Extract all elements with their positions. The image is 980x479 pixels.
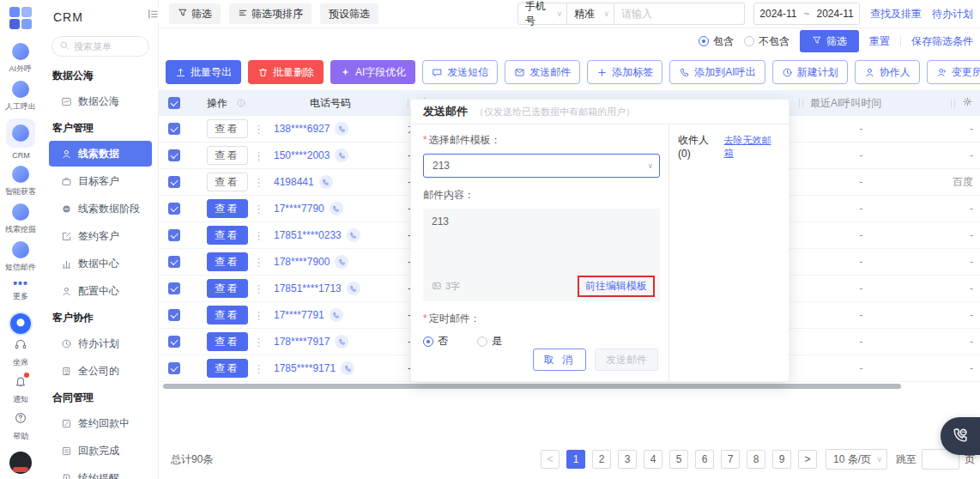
view-button[interactable]: 查看 (207, 306, 248, 324)
sidebar-item-待办计划[interactable]: 待办计划 (41, 330, 158, 356)
phone-number-link[interactable]: 17****7791 (274, 309, 324, 321)
批量删除-button[interactable]: 批量删除 (248, 60, 324, 84)
row-checkbox[interactable] (168, 123, 180, 135)
next-page-button[interactable]: > (798, 450, 817, 469)
phone-number-link[interactable]: 138****6927 (274, 123, 330, 135)
page-button-6[interactable]: 6 (695, 450, 714, 469)
select-all-checkbox[interactable] (168, 97, 180, 109)
rail-item-线索挖掘[interactable]: 线索挖掘 (3, 203, 38, 235)
user-avatar[interactable] (9, 452, 32, 474)
call-phone-icon[interactable] (335, 122, 348, 136)
filter-button[interactable]: 筛选 (169, 3, 221, 24)
send-mail-button[interactable]: 发送邮件 (595, 349, 658, 371)
row-checkbox[interactable] (168, 362, 180, 374)
prev-page-button[interactable]: < (541, 450, 560, 469)
phone-number-link[interactable]: 4198441 (274, 176, 314, 188)
变更所属人-button[interactable]: 变更所属人 (927, 60, 980, 84)
row-more-icon[interactable]: ⋮ (253, 282, 264, 295)
todo-plan-link[interactable]: 待办计划 (932, 7, 973, 21)
page-button-7[interactable]: 7 (721, 450, 740, 469)
session-indicator[interactable] (10, 313, 31, 334)
row-checkbox[interactable] (168, 176, 180, 188)
remove-invalid-link[interactable]: 去除无效邮箱 (724, 134, 780, 160)
sidebar-item-签约回款中[interactable]: 签约回款中 (41, 410, 158, 436)
reset-link[interactable]: 重置 (869, 34, 890, 49)
dedupe-link[interactable]: 查找及排重 (870, 7, 922, 21)
page-button-2[interactable]: 2 (592, 450, 611, 469)
include-radio[interactable]: 包含 (699, 34, 734, 49)
批量导出-button[interactable]: 批量导出 (166, 60, 241, 84)
view-button[interactable]: 查看 (207, 199, 248, 218)
page-button-5[interactable]: 5 (669, 450, 688, 469)
page-button-4[interactable]: 4 (644, 450, 662, 469)
row-more-icon[interactable]: ⋮ (253, 362, 264, 375)
call-phone-icon[interactable] (347, 228, 360, 242)
view-button[interactable]: 查看 (207, 173, 248, 191)
row-checkbox[interactable] (168, 256, 180, 268)
row-more-icon[interactable]: ⋮ (253, 149, 264, 162)
sidebar-item-线索数据[interactable]: 线索数据 (49, 141, 152, 167)
rail-item-短信邮件[interactable]: 短信邮件 (3, 241, 38, 273)
row-more-icon[interactable]: ⋮ (253, 336, 264, 349)
page-button-1[interactable]: 1 (566, 450, 585, 469)
phone-number-link[interactable]: 17****7790 (274, 203, 324, 215)
view-button[interactable]: 查看 (207, 252, 248, 271)
schedule-yes-radio[interactable]: 是 (477, 334, 502, 349)
preset-filter-button[interactable]: 预设筛选 (320, 3, 378, 24)
page-button-9[interactable]: 9 (772, 450, 791, 469)
keyword-input[interactable] (614, 3, 745, 25)
row-more-icon[interactable]: ⋮ (253, 203, 264, 215)
rail-item-人工呼出[interactable]: 人工呼出 (3, 81, 38, 112)
sidebar-item-数据公海[interactable]: 数据公海 (41, 88, 158, 114)
rail-item-更多[interactable]: •••更多 (12, 279, 29, 302)
call-phone-icon[interactable] (330, 308, 343, 322)
sidebar-search-input[interactable]: 搜索菜单 (51, 36, 149, 57)
row-checkbox[interactable] (168, 229, 180, 241)
新建计划-button[interactable]: 新建计划 (772, 60, 848, 84)
row-checkbox[interactable] (168, 149, 180, 161)
rail-item-CRM[interactable]: CRM (6, 118, 35, 160)
call-phone-icon[interactable] (335, 335, 348, 349)
rail-item-帮助[interactable]: 帮助 (12, 411, 29, 442)
view-button[interactable]: 查看 (207, 226, 248, 245)
apply-filter-button[interactable]: 筛选 (800, 30, 859, 52)
sidebar-item-续约提醒[interactable]: 续约提醒 (41, 465, 158, 479)
page-button-8[interactable]: 8 (747, 450, 765, 469)
row-checkbox[interactable] (168, 282, 180, 294)
sidebar-item-回款完成[interactable]: 回款完成 (41, 438, 158, 464)
sidebar-item-签约客户[interactable]: 签约客户 (41, 223, 158, 249)
cancel-button[interactable]: 取 消 (533, 349, 586, 371)
phone-number-link[interactable]: 150****2003 (274, 149, 330, 161)
mail-content-box[interactable]: 213 3字 前往编辑模板 (423, 209, 660, 301)
page-button-3[interactable]: 3 (618, 450, 637, 469)
rail-item-坐席[interactable]: 坐席 (12, 337, 29, 368)
rail-item-智能获客[interactable]: 智能获客 (3, 166, 38, 197)
call-phone-icon[interactable] (319, 175, 333, 189)
horizontal-scrollbar[interactable] (163, 384, 901, 389)
exclude-radio[interactable]: 不包含 (744, 34, 789, 49)
row-checkbox[interactable] (168, 203, 180, 215)
row-more-icon[interactable]: ⋮ (253, 309, 264, 322)
row-more-icon[interactable]: ⋮ (253, 256, 264, 269)
edit-template-link[interactable]: 前往编辑模板 (585, 280, 647, 292)
sidebar-item-线索数据阶段[interactable]: 线索数据阶段 (41, 196, 158, 221)
search-field-select[interactable]: 手机号∨ (517, 3, 567, 25)
sidebar-item-目标客户[interactable]: 目标客户 (41, 168, 158, 194)
发送邮件-button[interactable]: 发送邮件 (505, 60, 580, 84)
filter-sort-button[interactable]: 筛选项排序 (229, 3, 312, 24)
collapse-sidebar-icon[interactable] (147, 8, 160, 23)
row-checkbox[interactable] (168, 336, 180, 348)
rail-item-AI外呼[interactable]: AI外呼 (8, 43, 33, 75)
sidebar-item-全公司的[interactable]: 全公司的 (41, 358, 158, 384)
rail-item-通知[interactable]: 通知 (12, 374, 29, 405)
call-phone-icon[interactable] (347, 282, 360, 295)
row-more-icon[interactable]: ⋮ (253, 123, 264, 136)
call-phone-icon[interactable] (341, 361, 354, 375)
AI字段优化-button[interactable]: AI字段优化 (330, 60, 415, 84)
save-filter-link[interactable]: 保存筛选条件 (911, 34, 973, 49)
phone-number-link[interactable]: 178****7900 (274, 256, 330, 268)
添加到AI呼出-button[interactable]: 添加到AI呼出 (669, 60, 765, 84)
添加标签-button[interactable]: 添加标签 (587, 60, 662, 84)
schedule-no-radio[interactable]: 否 (423, 334, 448, 349)
call-widget-button[interactable] (941, 417, 980, 455)
